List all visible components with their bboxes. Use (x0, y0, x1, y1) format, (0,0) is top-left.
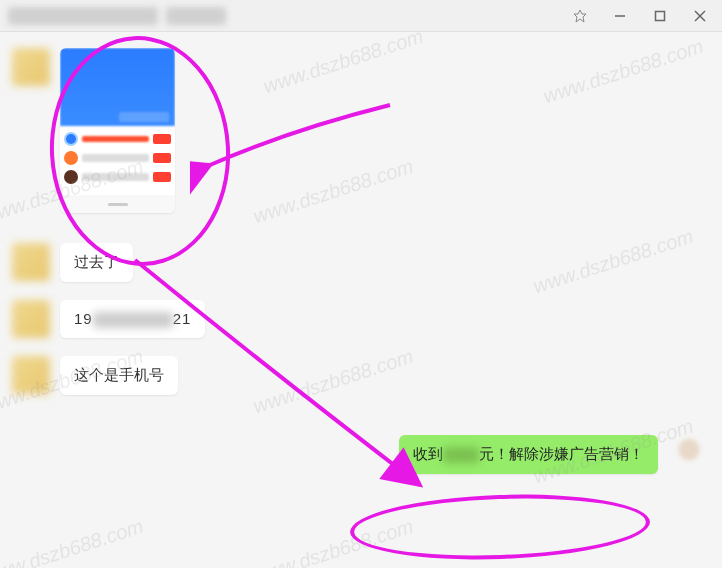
chat-area: 过去了 1921 这个是手机号 收到元！解除涉嫌广告营销！ (0, 32, 722, 511)
message-bubble[interactable]: 过去了 (60, 243, 133, 282)
screenshot-header (60, 48, 175, 126)
minimize-icon[interactable] (606, 4, 634, 28)
msg5-prefix: 收到 (413, 445, 443, 462)
chat-title-blurred (8, 7, 158, 25)
phone-prefix: 19 (74, 310, 93, 327)
titlebar (0, 0, 722, 32)
message-bubble[interactable]: 1921 (60, 300, 205, 338)
screenshot-attachment[interactable] (60, 48, 175, 213)
avatar[interactable] (12, 48, 50, 86)
message-row: 过去了 (12, 243, 710, 282)
amount-redacted (443, 447, 479, 463)
phone-redacted (93, 312, 173, 328)
window-controls (566, 4, 714, 28)
message-row: 1921 (12, 300, 710, 338)
screenshot-body (60, 126, 175, 195)
avatar[interactable] (12, 300, 50, 338)
maximize-icon[interactable] (646, 4, 674, 28)
svg-rect-1 (656, 11, 665, 20)
message-row: 这个是手机号 (12, 356, 710, 395)
close-icon[interactable] (686, 4, 714, 28)
msg5-suffix: 元！解除涉嫌广告营销！ (479, 445, 644, 462)
watermark: www.dszb688.com (251, 515, 417, 568)
title-left (8, 7, 226, 25)
watermark: www.dszb688.com (0, 515, 146, 568)
message-bubble-self[interactable]: 收到元！解除涉嫌广告营销！ (399, 435, 658, 474)
message-bubble[interactable]: 这个是手机号 (60, 356, 178, 395)
avatar[interactable] (12, 356, 50, 394)
avatar-self[interactable] (668, 435, 710, 477)
message-row-self: 收到元！解除涉嫌广告营销！ (12, 435, 710, 477)
phone-suffix: 21 (173, 310, 192, 327)
chat-subtitle-blurred (166, 7, 226, 25)
avatar[interactable] (12, 243, 50, 281)
message-row (12, 48, 710, 213)
pin-icon[interactable] (566, 4, 594, 28)
